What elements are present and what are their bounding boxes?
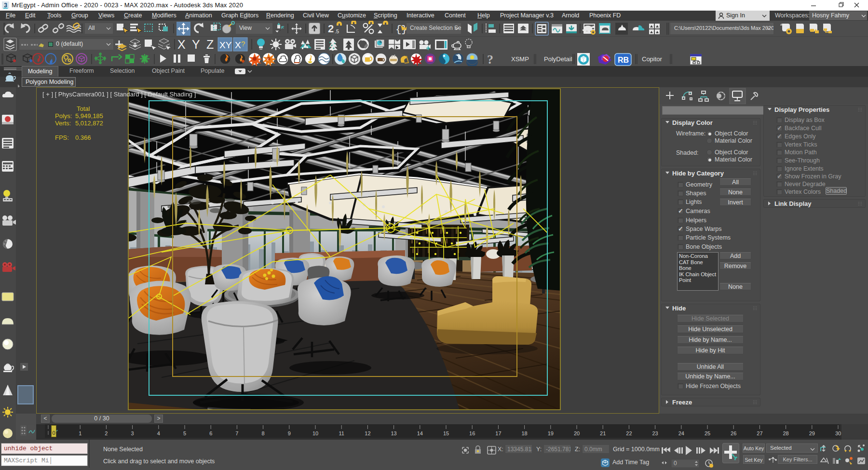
svg-text:17: 17 [495,430,501,436]
svg-text:25: 25 [705,430,710,436]
svg-text:2: 2 [328,23,334,35]
svg-text:2: 2 [105,430,108,436]
svg-text:26: 26 [731,430,736,436]
svg-text:22: 22 [626,430,632,436]
svg-text:28: 28 [783,430,788,436]
svg-text:0: 0 [674,460,677,467]
svg-text:XSMP: XSMP [511,55,529,63]
svg-text:14: 14 [417,430,423,436]
svg-text:21: 21 [600,430,606,436]
svg-text:XY: XY [219,40,232,50]
svg-text:29: 29 [809,430,815,436]
svg-text:27: 27 [757,430,762,436]
svg-text:13: 13 [391,430,396,436]
svg-text:23: 23 [652,430,658,436]
svg-text:30: 30 [835,430,841,436]
svg-text:x: x [267,57,269,62]
svg-text:3: 3 [4,1,7,9]
svg-text:Copitor: Copitor [642,55,663,63]
svg-text:12: 12 [365,430,370,436]
svg-text:X: X [235,40,241,50]
svg-text:8: 8 [262,430,265,436]
svg-text:?: ? [487,53,493,66]
svg-text:Y: Y [192,38,200,51]
svg-text:6: 6 [209,430,212,436]
svg-text:3: 3 [131,430,134,436]
svg-text:{: { [395,24,402,35]
svg-text:X: X [177,38,186,51]
svg-text:11: 11 [339,430,344,436]
svg-text:1: 1 [79,430,81,436]
svg-text:16: 16 [469,430,475,436]
svg-text:9: 9 [288,430,291,436]
svg-text:10: 10 [312,430,318,436]
svg-text:4: 4 [157,430,160,436]
svg-text:7: 7 [235,430,238,436]
svg-text:20: 20 [574,430,580,436]
svg-text:PolyDetail: PolyDetail [544,55,572,63]
svg-text:15: 15 [443,430,449,436]
svg-text:19: 19 [548,430,554,436]
svg-text:.5: .5 [335,28,339,34]
svg-text:Z: Z [206,38,214,51]
svg-text:18: 18 [521,430,527,436]
svg-text:RB: RB [618,56,629,64]
svg-text:5: 5 [183,430,186,436]
svg-text:24: 24 [678,430,684,436]
svg-text:?: ? [241,40,245,48]
